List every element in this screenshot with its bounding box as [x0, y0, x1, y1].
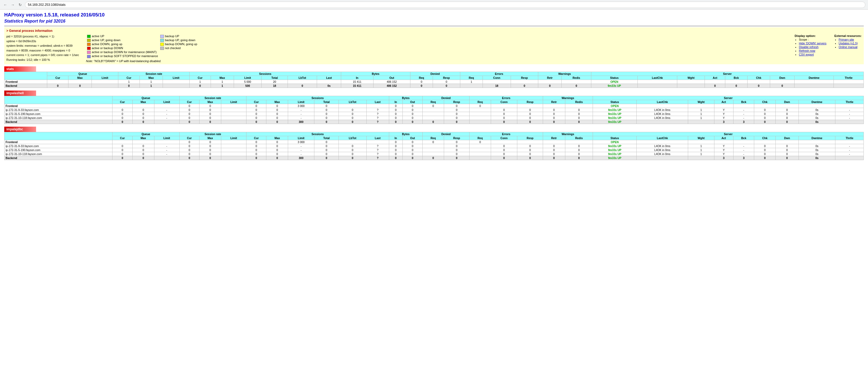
cell: 0: [287, 84, 317, 88]
cell: [287, 80, 317, 84]
display-refresh-now[interactable]: Refresh now: [799, 49, 826, 52]
cell: 1: [211, 80, 234, 84]
cell: 20: [261, 80, 288, 84]
sub-bck: Bck: [725, 76, 748, 80]
col-bytes: Bytes: [341, 72, 410, 76]
external-resources: External resources: Primary site Updates…: [834, 34, 862, 63]
sub-sess-lbtot: LbTot: [287, 76, 317, 80]
info-line-5: current conns = 1; current pipes = 0/0; …: [6, 53, 81, 58]
impalajdbc-table: Queue Session rate Sessions Bytes Denied…: [4, 132, 864, 160]
sub-dwntme: Dwntme: [795, 76, 834, 80]
legend-backup-going-down: backup UP, going down: [159, 38, 198, 42]
col-server: Server: [593, 96, 864, 100]
legend-active-backup-down: active or backup DOWN: [86, 46, 159, 50]
sub-sr-cur: Cur: [118, 76, 140, 80]
cell: [705, 80, 725, 84]
refresh-button[interactable]: ↻: [18, 2, 23, 7]
cell: [795, 80, 834, 84]
cell: 0: [410, 84, 433, 88]
col-bytes: Bytes: [389, 96, 423, 100]
sub-queue-max: Max: [68, 76, 92, 80]
sub-sess-last: Last: [317, 76, 341, 80]
cell: 406 152: [373, 80, 410, 84]
cell: 0: [538, 84, 562, 88]
cell: [511, 80, 538, 84]
cell: [92, 84, 118, 88]
ext-manual[interactable]: Online manual: [839, 46, 862, 49]
table-row: ip-172-31-9-33.fayson.com 00- 00 00-00? …: [4, 108, 864, 112]
legend-soft-stop: active or backup SOFT STOPPED for mainte…: [86, 54, 159, 58]
cell: 500: [234, 84, 261, 88]
general-info-section: > General process information pid = 3201…: [4, 27, 864, 64]
table-row: Frontend 00 003 0000 00 00 0 OPEN: [4, 140, 864, 144]
cell: [725, 80, 748, 84]
ext-updates[interactable]: Updates (v1.5): [839, 42, 862, 45]
legend-note: Note: "NOLB"/"DRAIN" = UP with load-bala…: [86, 59, 789, 63]
cell: 0s: [317, 84, 341, 88]
sub-err-conn: Conn: [483, 76, 511, 80]
cell: [834, 84, 864, 88]
cell-status: 9m33s UP: [591, 84, 638, 88]
display-disable-refresh[interactable]: Disable refresh: [799, 46, 826, 49]
legend-area: active UP backup UP active UP, going dow…: [86, 34, 789, 63]
col-name: [4, 72, 47, 80]
sub-thrtle: Thrtle: [834, 76, 864, 80]
cell: 0: [433, 80, 460, 84]
info-line-4: maxsock = 8039; maxconn = 4000; maxpipes…: [6, 48, 81, 53]
sub-err-resp: Resp: [511, 76, 538, 80]
stats-section-header: stats: [4, 66, 36, 72]
cell: [47, 80, 68, 84]
forward-button[interactable]: →: [10, 2, 16, 7]
col-sessions: Sessions: [246, 96, 389, 100]
back-button[interactable]: ←: [3, 2, 8, 7]
legend-not-checked: not checked: [159, 46, 198, 50]
display-csv-export[interactable]: CSV export: [799, 53, 826, 56]
info-line-6: Running tasks: 1/12; idle = 100 %: [6, 58, 81, 62]
cell: 1: [140, 84, 163, 88]
cell: 1: [460, 80, 483, 84]
info-line-2: uptime = 0d 0h09m33s: [6, 39, 81, 44]
sub-bytes-out: Out: [373, 76, 410, 80]
col-denied: Denied: [423, 96, 469, 100]
table-row: Backend 00 00 0030000? 00 00 00 00 9m33s…: [4, 156, 864, 160]
sub-warn-retr: Retr: [538, 76, 562, 80]
cell: 15 411: [341, 80, 373, 84]
table-row: Frontend 1 1 1 1 5 000 20 15 411: [4, 80, 864, 84]
legend-active-up: active UP: [86, 34, 159, 38]
info-line-3: system limits: memmax = unlimited; ulimi…: [6, 44, 81, 48]
legend-active-going-down: active UP, going down: [86, 38, 159, 42]
cell: 1: [211, 84, 234, 88]
table-row: ip-172-31-9-33.fayson.com 00- 00 00-00? …: [4, 144, 864, 148]
sub-sr-max: Max: [140, 76, 163, 80]
display-options-title: Display option:: [795, 34, 826, 37]
page-title: HAProxy version 1.5.18, released 2016/05…: [4, 12, 864, 18]
col-server: Server: [591, 72, 864, 76]
sub-sess-cur: Cur: [189, 76, 211, 80]
legend-backup-down-going-up: backup DOWN, going up: [159, 42, 198, 46]
cell: 15 411: [341, 84, 373, 88]
cell: 1: [140, 80, 163, 84]
cell: 0: [189, 84, 211, 88]
cell: [163, 84, 189, 88]
ext-primary-site[interactable]: Primary site: [839, 38, 862, 41]
cell: [770, 80, 795, 84]
cell: 0: [118, 84, 140, 88]
sub-sess-limit: Limit: [234, 76, 261, 80]
cell: 5 000: [234, 80, 261, 84]
cell: 0: [770, 84, 795, 88]
table-row: Backend 0 0 0 1 0 1 500 18 0 0s 15 411: [4, 84, 864, 88]
cell: 1: [118, 80, 140, 84]
display-hide-down[interactable]: Hide 'DOWN' servers: [799, 42, 826, 45]
col-session-rate: Session rate: [118, 72, 189, 76]
sub-status: Status: [591, 76, 638, 80]
cell: 0: [747, 84, 770, 88]
external-resources-title: External resources:: [834, 34, 862, 37]
cell: 18: [261, 84, 288, 88]
col-errors: Errors: [460, 72, 538, 76]
sub-denied-resp: Resp: [433, 76, 460, 80]
info-line-1: pid = 32016 (process #1, nbproc = 1): [6, 34, 81, 39]
url-bar[interactable]: [25, 2, 865, 8]
sub-sr-limit: Limit: [163, 76, 189, 80]
cell: [638, 84, 677, 88]
col-name: [4, 96, 113, 104]
